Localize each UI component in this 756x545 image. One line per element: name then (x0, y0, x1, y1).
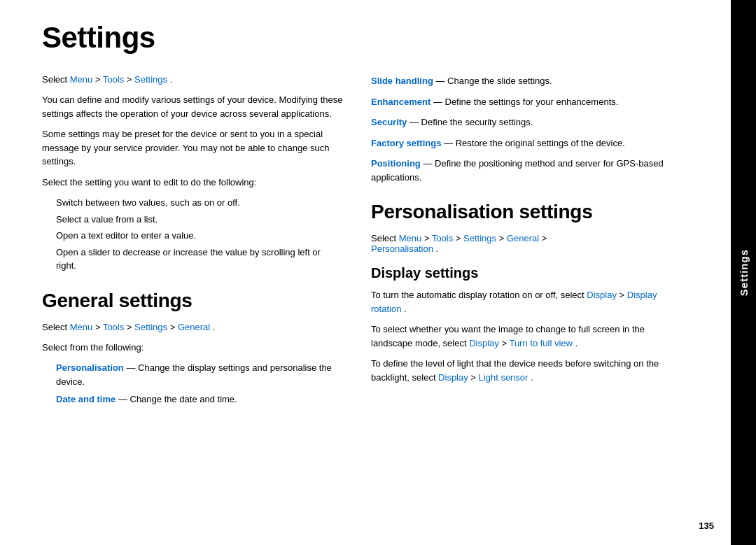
gen-bc-general[interactable]: General (178, 322, 210, 332)
side-tab-label: Settings (738, 249, 750, 296)
light-sensor-sep: > (470, 372, 478, 383)
enhancement-term[interactable]: Enhancement (371, 97, 430, 107)
pers-bc-tools[interactable]: Tools (432, 233, 453, 243)
slide-handling-term[interactable]: Slide handling (371, 76, 433, 86)
breadcrumb-settings[interactable]: Settings (134, 74, 167, 85)
positioning-item: Positioning — Define the positioning met… (371, 157, 672, 184)
full-view-link1[interactable]: Display (469, 338, 499, 348)
breadcrumb-sep1: > (95, 74, 103, 85)
full-view-suffix: . (575, 338, 578, 348)
left-column: Select Menu > Tools > Settings . You can… (42, 74, 343, 524)
pers-bc-sep1: > (424, 233, 432, 243)
breadcrumb-suffix: . (170, 74, 173, 85)
enhancement-item: Enhancement — Define the settings for yo… (371, 95, 672, 109)
full-view-link2[interactable]: Turn to full view (509, 338, 573, 348)
light-sensor-link2[interactable]: Light sensor (479, 372, 528, 383)
disp-rot-link1[interactable]: Display (587, 290, 617, 300)
side-tab: Settings (731, 0, 756, 545)
gen-bc-sep1: > (95, 322, 103, 332)
general-intro: Select from the following: (42, 341, 343, 355)
body-para-2: Some settings may be preset for the devi… (42, 127, 343, 169)
pers-bc-sep3: > (499, 233, 507, 243)
factory-settings-item: Factory settings — Restore the original … (371, 136, 672, 150)
personalisation-item: Personalisation — Change the display set… (42, 361, 343, 388)
slide-handling-desc: — Change the slide settings. (435, 76, 552, 86)
display-settings-heading: Display settings (371, 265, 672, 281)
pers-bc-suffix: . (436, 243, 439, 254)
security-desc: — Define the security settings. (410, 117, 533, 127)
list-item-3: Open a text editor to enter a value. (42, 229, 343, 243)
list-item-4: Open a slider to decrease or increase th… (42, 246, 343, 273)
disp-rot-prefix: To turn the automatic display rotation o… (371, 290, 587, 300)
light-sensor-suffix: . (531, 372, 533, 383)
breadcrumb-prefix: Select (42, 74, 70, 85)
full-view-sep: > (501, 338, 509, 348)
factory-settings-desc: — Restore the original settings of the d… (444, 138, 625, 148)
gen-bc-prefix: Select (42, 322, 70, 332)
content-columns: Select Menu > Tools > Settings . You can… (42, 74, 728, 524)
gen-bc-menu[interactable]: Menu (70, 322, 93, 332)
disp-rot-suffix: . (404, 304, 407, 314)
breadcrumb-sep2: > (127, 74, 134, 85)
general-breadcrumb: Select Menu > Tools > Settings > General… (42, 322, 343, 332)
gen-bc-settings[interactable]: Settings (134, 322, 167, 332)
full-view-para: To select whether you want the image to … (371, 323, 672, 350)
gen-bc-suffix: . (213, 322, 216, 332)
breadcrumb-tools[interactable]: Tools (103, 74, 124, 85)
gen-bc-sep3: > (170, 322, 178, 332)
pers-bc-sep2: > (456, 233, 463, 243)
date-time-desc: — Change the date and time. (118, 394, 237, 404)
pers-bc-menu[interactable]: Menu (399, 233, 422, 243)
pers-bc-personalisation[interactable]: Personalisation (371, 243, 433, 254)
factory-settings-term[interactable]: Factory settings (371, 138, 441, 148)
positioning-term[interactable]: Positioning (371, 158, 421, 169)
personalisation-settings-heading: Personalisation settings (371, 201, 672, 223)
pers-bc-settings[interactable]: Settings (463, 233, 496, 243)
list-item-2: Select a value from a list. (42, 213, 343, 227)
breadcrumb-menu[interactable]: Menu (70, 74, 93, 85)
personalisation-breadcrumb: Select Menu > Tools > Settings > General… (371, 233, 672, 254)
pers-bc-prefix: Select (371, 233, 399, 243)
main-content: Settings Select Menu > Tools > Settings … (0, 0, 756, 545)
personalisation-term[interactable]: Personalisation (56, 362, 124, 373)
body-para-3: Select the setting you want to edit to d… (42, 176, 343, 190)
disp-rot-sep: > (620, 290, 627, 300)
page-title: Settings (42, 21, 728, 55)
pers-bc-general[interactable]: General (507, 233, 539, 243)
security-item: Security — Define the security settings. (371, 115, 672, 129)
gen-bc-tools[interactable]: Tools (103, 322, 124, 332)
display-rotation-para: To turn the automatic display rotation o… (371, 288, 672, 316)
light-sensor-link1[interactable]: Display (438, 372, 468, 383)
page-container: Settings Select Menu > Tools > Settings … (0, 0, 756, 545)
light-sensor-para: To define the level of light that the de… (371, 357, 672, 384)
gen-bc-sep2: > (127, 322, 134, 332)
body-para-1: You can define and modify various settin… (42, 93, 343, 120)
top-breadcrumb: Select Menu > Tools > Settings . (42, 74, 343, 85)
list-item-1: Switch between two values, such as on or… (42, 196, 343, 210)
pers-bc-sep4: > (542, 233, 547, 243)
page-number: 135 (699, 521, 714, 531)
date-time-term[interactable]: Date and time (56, 394, 115, 404)
general-settings-heading: General settings (42, 290, 343, 312)
right-column: Slide handling — Change the slide settin… (371, 74, 672, 524)
slide-handling-item: Slide handling — Change the slide settin… (371, 74, 672, 88)
security-term[interactable]: Security (371, 117, 407, 127)
date-time-item: Date and time — Change the date and time… (42, 392, 343, 406)
enhancement-desc: — Define the settings for your enhanceme… (433, 97, 618, 107)
